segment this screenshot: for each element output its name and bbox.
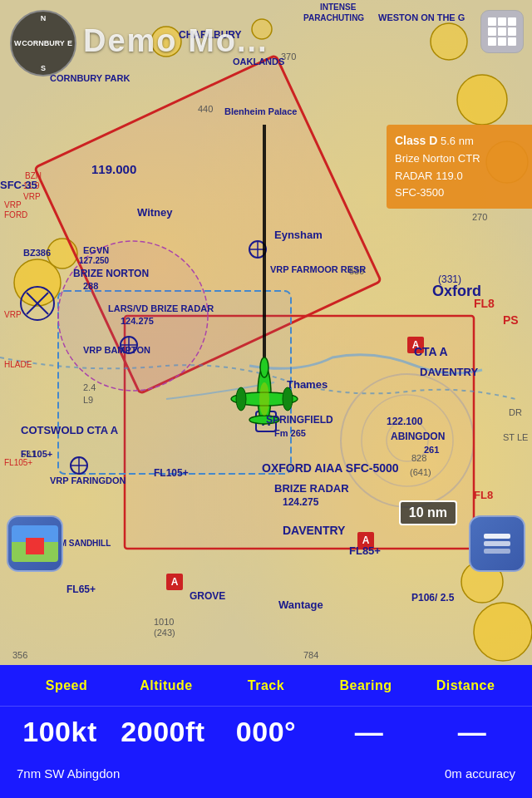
map-label-fm_265: Fm 265 [274, 428, 306, 438]
svg-rect-76 [484, 549, 510, 554]
airspace-class: Class D [395, 134, 437, 147]
svg-text:ST LE: ST LE [503, 432, 528, 442]
svg-text:FORD: FORD [4, 210, 27, 219]
svg-text:L9: L9 [83, 395, 93, 405]
grid-icon [488, 17, 516, 46]
svg-text:(641): (641) [410, 467, 431, 477]
svg-point-5 [457, 75, 507, 125]
svg-text:A: A [171, 576, 179, 588]
map-label-brize_288: 288 [83, 281, 98, 291]
track-label-col: Track [216, 678, 316, 693]
svg-text:VRP: VRP [23, 192, 41, 201]
map-label-daventry: DAVENTRY [283, 524, 345, 537]
airspace-distance: 5.6 nm [441, 135, 474, 147]
svg-text:PARACHUTING: PARACHUTING [303, 13, 364, 22]
map-label-fl105plus2: FL105+ [21, 449, 52, 459]
speed-value: 100kt [8, 716, 111, 748]
svg-point-8 [474, 603, 532, 661]
track-value: 000° [214, 716, 318, 748]
svg-text:FL8: FL8 [474, 489, 493, 501]
map-label-vrp_farmoor: VRP FARMOOR RESR [270, 264, 366, 274]
map-label-freq_122: 122.100 [387, 416, 422, 427]
compass-west: W [14, 39, 22, 47]
scale-bar: 10 nm [399, 500, 457, 525]
compass-rose: N S E W CORNBURY [10, 10, 76, 76]
map-view-icon [12, 525, 58, 562]
svg-text:270: 270 [472, 212, 487, 222]
svg-point-72 [283, 387, 293, 411]
compass-south: S [41, 64, 46, 72]
layers-icon [480, 527, 514, 560]
svg-rect-74 [484, 534, 510, 539]
map-label-daventry2: DAVENTRY [420, 366, 478, 378]
toolbar-values-row: 100kt 2000ft 000° — — [0, 707, 532, 756]
svg-text:HLADE: HLADE [4, 360, 32, 369]
svg-point-70 [260, 357, 268, 377]
map-label-daventry_cta: CTA A [414, 345, 448, 358]
map-label-abingdon_261: 261 [424, 445, 439, 455]
map-label-fl65plus: FL65+ [66, 584, 96, 595]
speed-label: Speed [46, 678, 88, 692]
demo-mode-label: Demo Mo... [83, 23, 268, 59]
bearing-label: Bearing [339, 678, 392, 692]
map-label-lars_freq: 124.275 [121, 316, 154, 326]
status-accuracy: 0m accuracy [445, 766, 515, 781]
map-label-thames: Thames [287, 378, 328, 391]
svg-text:(243): (243) [154, 628, 175, 638]
svg-text:VRP: VRP [4, 200, 22, 209]
map-label-fl105plus: FL105+ [154, 467, 189, 479]
toolbar-status-row: 7nm SW Abingdon 0m accuracy [0, 756, 532, 790]
svg-point-71 [236, 387, 246, 411]
map-label-cotswold: COTSWOLD CTA A [21, 424, 118, 436]
map-label-brize_freq2: 124.275 [283, 496, 318, 508]
compass-east: E [67, 39, 72, 47]
map-svg: H A A A 531 356 1010 (243) 784 539 440 3… [0, 0, 532, 665]
svg-point-73 [259, 382, 269, 416]
map-label-cornbury: CORNBURY PARK [50, 73, 130, 83]
distance-value: — [421, 716, 524, 748]
distance-label: Distance [436, 678, 495, 692]
airspace-name: Brize Norton CTR [395, 152, 480, 165]
map-label-egvn_freq: 127.250 [79, 256, 109, 265]
map-container[interactable]: H A A A 531 356 1010 (243) 784 539 440 3… [0, 0, 532, 665]
altitude-label: Altitude [140, 678, 193, 692]
map-label-vrp_faringdon: VRP FARINGDON [50, 475, 126, 485]
altitude-value: 2000ft [111, 716, 214, 748]
map-label-oxford_aiaa: OXFORD AIAA SFC-5000 [262, 461, 399, 475]
status-location: 7nm SW Abingdon [17, 766, 120, 781]
map-label-wantage: Wantage [278, 598, 323, 611]
map-label-witney: Witney [137, 206, 173, 219]
map-label-eynsham: Eynsham [274, 229, 323, 241]
svg-text:784: 784 [303, 650, 318, 660]
map-label-springfield: SPRINGFIELD [266, 414, 333, 426]
scale-value: 10 nm [409, 505, 447, 520]
airspace-altitude: SFC-3500 [395, 186, 444, 199]
map-label-abingdon: ABINGDON [391, 431, 445, 442]
svg-rect-75 [484, 541, 510, 546]
map-label-oxford: Oxford [432, 283, 481, 300]
map-label-bz386: BZ386 [23, 248, 51, 258]
svg-text:356: 356 [12, 650, 27, 660]
map-label-vrp_bampton: VRP BAMPTON [83, 345, 150, 355]
map-view-button[interactable] [7, 515, 63, 572]
airspace-info-popup[interactable]: Class D 5.6 nm Brize Norton CTR RADAR 11… [387, 125, 532, 209]
info-popup-content: Class D 5.6 nm Brize Norton CTR RADAR 11… [395, 131, 524, 202]
compass-center-label: CORNBURY [22, 39, 65, 48]
grid-button[interactable] [480, 10, 524, 53]
map-label-brize_radar: BRIZE RADAR [274, 482, 349, 495]
airspace-radar: RADAR [395, 170, 433, 182]
svg-text:1010: 1010 [154, 617, 174, 627]
svg-text:INTENSE: INTENSE [320, 2, 357, 12]
layers-button[interactable] [469, 515, 525, 572]
airspace-frequency: 119.0 [436, 170, 463, 182]
map-label-lars: LARS/VD BRIZE RADAR [108, 303, 214, 313]
map-label-blenheim: Blenheim Palace [224, 106, 297, 116]
toolbar-labels-row: Speed Altitude Track Bearing Distance [0, 665, 532, 707]
map-label-p106: P106/ 2.5 [411, 592, 454, 603]
compass-north: N [41, 14, 47, 22]
bearing-value: — [318, 716, 421, 748]
map-label-sfc3500: SFC-35 [0, 179, 37, 191]
map-label-119000: 119.000 [91, 162, 136, 176]
svg-text:WESTON ON THE G: WESTON ON THE G [378, 12, 465, 22]
svg-text:PS: PS [503, 313, 519, 327]
